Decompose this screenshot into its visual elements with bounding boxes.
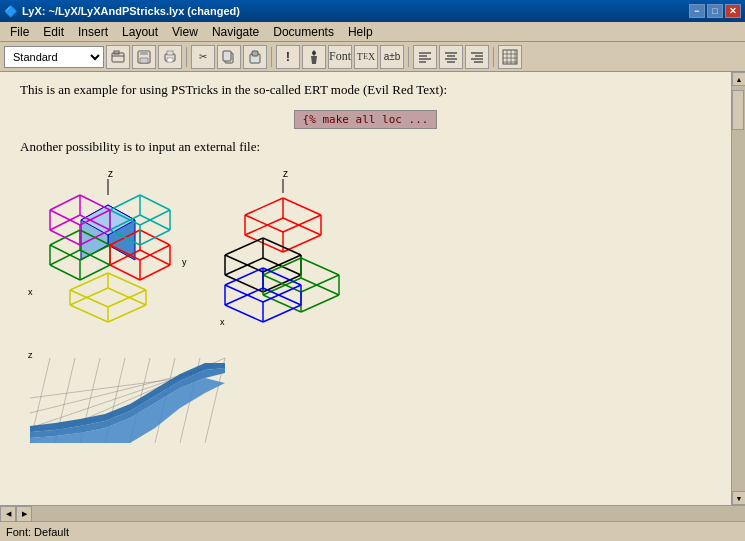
svg-point-13: [312, 51, 316, 55]
math-button[interactable]: a±b: [380, 45, 404, 69]
svg-line-90: [70, 288, 108, 305]
scroll-down-button[interactable]: ▼: [732, 491, 745, 505]
open-button[interactable]: [106, 45, 130, 69]
figure-right: z: [215, 165, 360, 343]
svg-line-105: [245, 215, 283, 232]
toolbar: Standard ✂ !: [0, 42, 745, 72]
tex-button[interactable]: TEX: [354, 45, 378, 69]
svg-line-130: [263, 278, 301, 295]
menu-file[interactable]: File: [4, 23, 35, 41]
close-button[interactable]: ✕: [725, 4, 741, 18]
svg-line-116: [263, 255, 301, 272]
menu-insert[interactable]: Insert: [72, 23, 114, 41]
font-button[interactable]: Font: [328, 45, 352, 69]
svg-line-88: [108, 290, 146, 307]
align-center-button[interactable]: [439, 45, 463, 69]
svg-line-144: [263, 305, 301, 322]
graphics-area: z: [20, 165, 711, 343]
menu-edit[interactable]: Edit: [37, 23, 70, 41]
svg-line-104: [283, 215, 321, 232]
figure-button[interactable]: [302, 45, 326, 69]
app-icon: 🔷: [4, 4, 18, 18]
svg-rect-7: [167, 58, 173, 62]
minimize-button[interactable]: −: [689, 4, 705, 18]
align-left-icon: [417, 49, 433, 65]
svg-line-133: [263, 295, 301, 312]
separator-4: [493, 47, 494, 67]
svg-line-121: [225, 275, 263, 292]
svg-text:x: x: [28, 287, 33, 297]
menu-view[interactable]: View: [166, 23, 204, 41]
copy-button[interactable]: [217, 45, 241, 69]
paste-icon: [247, 49, 263, 65]
svg-rect-11: [252, 51, 258, 56]
vertical-scrollbar[interactable]: ▲ ▼: [731, 72, 745, 505]
svg-line-140: [263, 285, 301, 302]
copy-icon: [221, 49, 237, 65]
svg-line-118: [225, 258, 263, 275]
table-button[interactable]: [498, 45, 522, 69]
svg-line-142: [225, 288, 263, 305]
separator-3: [408, 47, 409, 67]
svg-line-143: [263, 288, 301, 305]
spellcheck-button[interactable]: !: [276, 45, 300, 69]
menu-help[interactable]: Help: [342, 23, 379, 41]
svg-text:z: z: [28, 350, 33, 360]
open-icon: [110, 49, 126, 65]
maximize-button[interactable]: □: [707, 4, 723, 18]
scroll-right-button2[interactable]: ▶: [16, 506, 32, 522]
svg-line-103: [283, 198, 321, 215]
scroll-thumb[interactable]: [732, 90, 744, 130]
svg-line-131: [301, 278, 339, 295]
cut-button[interactable]: ✂: [191, 45, 215, 69]
svg-line-138: [225, 268, 263, 285]
svg-line-128: [301, 275, 339, 292]
svg-line-41: [50, 265, 80, 280]
paste-button[interactable]: [243, 45, 267, 69]
svg-line-53: [110, 265, 140, 280]
menu-documents[interactable]: Documents: [267, 23, 340, 41]
scroll-up-button[interactable]: ▲: [732, 72, 745, 86]
svg-line-132: [301, 295, 339, 312]
horizontal-scrollbar[interactable]: ◀ ▶: [0, 505, 745, 521]
svg-line-62: [110, 195, 140, 210]
svg-line-139: [263, 268, 301, 285]
svg-text:x: x: [220, 317, 225, 327]
svg-line-145: [225, 305, 263, 322]
svg-text:z: z: [108, 168, 113, 179]
svg-text:y: y: [182, 257, 187, 267]
print-button[interactable]: [158, 45, 182, 69]
window-controls: − □ ✕: [689, 4, 741, 18]
svg-line-63: [140, 195, 170, 210]
h-scroll-track[interactable]: [32, 506, 745, 522]
svg-line-127: [301, 258, 339, 275]
table-icon: [502, 49, 518, 65]
menu-layout[interactable]: Layout: [116, 23, 164, 41]
figure-left: z: [20, 165, 195, 343]
menu-bar: File Edit Insert Layout View Navigate Do…: [0, 22, 745, 42]
svg-line-75: [80, 195, 110, 210]
scroll-track[interactable]: [732, 86, 745, 491]
svg-line-102: [245, 198, 283, 215]
style-selector[interactable]: Standard: [4, 46, 104, 68]
separator-1: [186, 47, 187, 67]
document-content[interactable]: This is an example for using PSTricks in…: [0, 72, 731, 505]
align-right-button[interactable]: [465, 45, 489, 69]
svg-text:z: z: [283, 168, 288, 179]
print-icon: [162, 49, 178, 65]
svg-line-89: [70, 290, 108, 307]
status-text: Font: Default: [6, 526, 69, 538]
align-left-button[interactable]: [413, 45, 437, 69]
font-label: Font: [329, 49, 351, 64]
window-title: LyX: ~/LyX/LyXAndPStricks.lyx (changed): [22, 5, 240, 17]
svg-line-74: [50, 195, 80, 210]
svg-line-92: [108, 305, 146, 322]
svg-line-40: [80, 265, 110, 280]
svg-line-114: [225, 238, 263, 255]
save-button[interactable]: [132, 45, 156, 69]
ert-block[interactable]: {% make all loc ...: [294, 110, 438, 129]
svg-line-52: [140, 265, 170, 280]
text-line2: Another possibility is to input an exter…: [20, 139, 711, 155]
scroll-left-button[interactable]: ◀: [0, 506, 16, 522]
menu-navigate[interactable]: Navigate: [206, 23, 265, 41]
